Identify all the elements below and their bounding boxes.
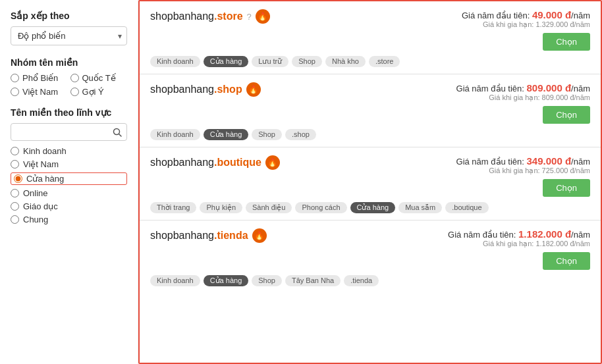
field-label-viet-nam: Việt Nam: [23, 159, 59, 169]
domain-card-boutique: shopbanhang.boutique 🔥 Giá năm đầu tiên:…: [140, 147, 601, 221]
field-radio-viet-nam[interactable]: [11, 160, 19, 169]
price-section-tienda: Giá năm đầu tiên: 1.182.000 đ/năm Giá kh…: [448, 228, 590, 270]
domain-tld-tienda: .tienda: [214, 230, 248, 241]
price-first-boutique: Giá năm đầu tiên: 349.000 đ/năm: [456, 155, 590, 167]
sidebar: Sắp xếp theo Độ phổ biến Giá tăng dần Gi…: [0, 0, 138, 364]
field-radio-online[interactable]: [11, 189, 19, 197]
tags-shop: Kinh doanh Cửa hàng Shop .shop: [150, 129, 590, 140]
price-first-tienda: Giá năm đầu tiên: 1.182.000 đ/năm: [448, 228, 590, 240]
price-value-boutique: 349.000 đ: [527, 155, 572, 167]
price-value-shop: 809.000 đ: [527, 82, 572, 93]
select-button-shop[interactable]: Chọn: [543, 106, 590, 124]
domain-info-tienda: shopbanhang.tienda 🔥: [150, 228, 267, 243]
tag-tay-ban-nha-tienda[interactable]: Tây Ban Nha: [285, 275, 341, 286]
domain-tld-shop: .shop: [214, 84, 242, 95]
tag-cua-hang-boutique[interactable]: Cửa hàng: [350, 202, 396, 213]
price-section-boutique: Giá năm đầu tiên: 349.000 đ/năm Giá khi …: [456, 155, 590, 197]
tag-sanh-dieu-boutique[interactable]: Sành điệu: [246, 202, 292, 213]
tag-tld-store[interactable]: .store: [369, 56, 400, 67]
domain-info-shop: shopbanhang.shop 🔥: [150, 82, 261, 97]
sort-select-wrapper: Độ phổ biến Giá tăng dần Giá giảm dần ▾: [11, 26, 127, 45]
card-top-boutique: shopbanhang.boutique 🔥 Giá năm đầu tiên:…: [150, 155, 590, 197]
select-button-tienda[interactable]: Chọn: [543, 252, 590, 270]
tag-cua-hang-shop[interactable]: Cửa hàng: [204, 129, 249, 140]
tags-store: Kinh doanh Cửa hàng Lưu trữ Shop Nhà kho…: [150, 56, 590, 67]
card-top-tienda: shopbanhang.tienda 🔥 Giá năm đầu tiên: 1…: [150, 228, 590, 270]
select-button-boutique[interactable]: Chọn: [543, 179, 590, 197]
price-unit-store: /năm: [571, 11, 590, 20]
field-radio-giao-duc[interactable]: [11, 202, 19, 211]
tag-phu-kien-boutique[interactable]: Phụ kiện: [200, 202, 242, 213]
domain-list: shopbanhang.store ? 🔥 Giá năm đầu tiên: …: [138, 0, 602, 364]
price-renew-shop: Giá khi gia hạn: 809.000 đ/năm: [456, 93, 590, 102]
tag-shop-store[interactable]: Shop: [292, 56, 322, 67]
tag-shop-tienda[interactable]: Shop: [252, 275, 282, 286]
field-item-chung[interactable]: Chung: [11, 215, 127, 224]
group-radio-viet-nam[interactable]: Việt Nam: [11, 87, 68, 97]
sort-title: Sắp xếp theo: [11, 11, 127, 21]
tags-tienda: Kinh doanh Cửa hàng Shop Tây Ban Nha .ti…: [150, 275, 590, 286]
tag-tld-tienda[interactable]: .tienda: [344, 275, 379, 286]
tags-boutique: Thời trang Phụ kiện Sành điệu Phong cách…: [150, 202, 590, 213]
tag-phong-cach-boutique[interactable]: Phong cách: [295, 202, 346, 213]
domain-name-row-tienda: shopbanhang.tienda 🔥: [150, 228, 267, 243]
tag-kinh-doanh-tienda[interactable]: Kinh doanh: [150, 275, 200, 286]
field-item-giao-duc[interactable]: Giáo dục: [11, 201, 127, 211]
tag-tld-shop[interactable]: .shop: [285, 129, 316, 140]
fire-icon-tienda: 🔥: [252, 228, 267, 243]
group-radio-goi-y[interactable]: Gợi Ý: [70, 87, 128, 97]
field-item-kinh-doanh[interactable]: Kinh doanh: [11, 146, 127, 156]
tag-luu-tru-store[interactable]: Lưu trữ: [252, 56, 288, 67]
group-radio-pho-bien[interactable]: Phổ Biến: [11, 73, 68, 83]
tag-tld-boutique[interactable]: .boutique: [445, 202, 488, 213]
field-item-online[interactable]: Online: [11, 188, 127, 198]
domain-name-boutique: shopbanhang.boutique: [150, 157, 261, 169]
sort-select[interactable]: Độ phổ biến Giá tăng dần Giá giảm dần: [11, 26, 127, 45]
group-radio-quoc-te[interactable]: Quốc Tế: [70, 73, 128, 83]
info-icon-store[interactable]: ?: [247, 12, 252, 22]
tag-shop-shop[interactable]: Shop: [252, 129, 282, 140]
group-radio-input-goi-y[interactable]: [70, 88, 79, 96]
tag-nha-kho-store[interactable]: Nhà kho: [325, 56, 366, 67]
domain-info-store: shopbanhang.store ? 🔥: [150, 9, 270, 24]
group-title: Nhóm tên miền: [11, 57, 127, 68]
price-section-store: Giá năm đầu tiên: 49.000 đ/năm Giá khi g…: [462, 9, 590, 51]
group-section: Nhóm tên miền Phổ Biến Quốc Tế Việt Nam …: [11, 57, 127, 97]
tag-kinh-doanh-store[interactable]: Kinh doanh: [150, 56, 200, 67]
price-unit-shop: /năm: [571, 84, 590, 93]
field-radio-cua-hang[interactable]: [14, 174, 22, 183]
field-search-wrapper: [11, 123, 127, 141]
domain-card-store: shopbanhang.store ? 🔥 Giá năm đầu tiên: …: [140, 1, 601, 74]
group-radio-input-quoc-te[interactable]: [70, 74, 79, 82]
field-item-cua-hang[interactable]: Cửa hàng: [11, 172, 127, 185]
field-radio-chung[interactable]: [11, 215, 19, 224]
search-button[interactable]: [107, 123, 127, 141]
tag-cua-hang-tienda[interactable]: Cửa hàng: [204, 275, 249, 286]
field-label-chung: Chung: [23, 215, 48, 224]
fire-icon-boutique: 🔥: [265, 155, 280, 170]
tag-thoi-trang-boutique[interactable]: Thời trang: [150, 202, 196, 213]
field-radio-kinh-doanh[interactable]: [11, 147, 19, 155]
group-label-viet-nam: Việt Nam: [22, 87, 58, 97]
group-radio-input-pho-bien[interactable]: [11, 74, 19, 82]
price-renew-store: Giá khi gia hạn: 1.329.000 đ/năm: [462, 20, 590, 29]
group-radio-input-viet-nam[interactable]: [11, 88, 19, 96]
select-button-store[interactable]: Chọn: [543, 33, 590, 51]
field-item-viet-nam[interactable]: Việt Nam: [11, 159, 127, 169]
tag-mua-sam-boutique[interactable]: Mua sắm: [398, 202, 442, 213]
page-container: Sắp xếp theo Độ phổ biến Giá tăng dần Gi…: [0, 0, 602, 364]
price-first-shop: Giá năm đầu tiên: 809.000 đ/năm: [456, 82, 590, 93]
group-radio-group: Phổ Biến Quốc Tế Việt Nam Gợi Ý: [11, 73, 127, 97]
domain-name-row-store: shopbanhang.store ? 🔥: [150, 9, 270, 24]
fire-icon-store: 🔥: [256, 9, 270, 24]
domain-info-boutique: shopbanhang.boutique 🔥: [150, 155, 280, 170]
group-label-pho-bien: Phổ Biến: [22, 73, 58, 83]
tag-cua-hang-store[interactable]: Cửa hàng: [204, 56, 249, 67]
price-value-tienda: 1.182.000 đ: [518, 228, 571, 240]
field-label-online: Online: [23, 188, 48, 198]
group-label-quoc-te: Quốc Tế: [82, 73, 116, 83]
field-label-giao-duc: Giáo dục: [23, 201, 58, 211]
sort-section: Sắp xếp theo Độ phổ biến Giá tăng dần Gi…: [11, 11, 127, 45]
tag-kinh-doanh-shop[interactable]: Kinh doanh: [150, 129, 200, 140]
field-label-kinh-doanh: Kinh doanh: [23, 146, 67, 156]
